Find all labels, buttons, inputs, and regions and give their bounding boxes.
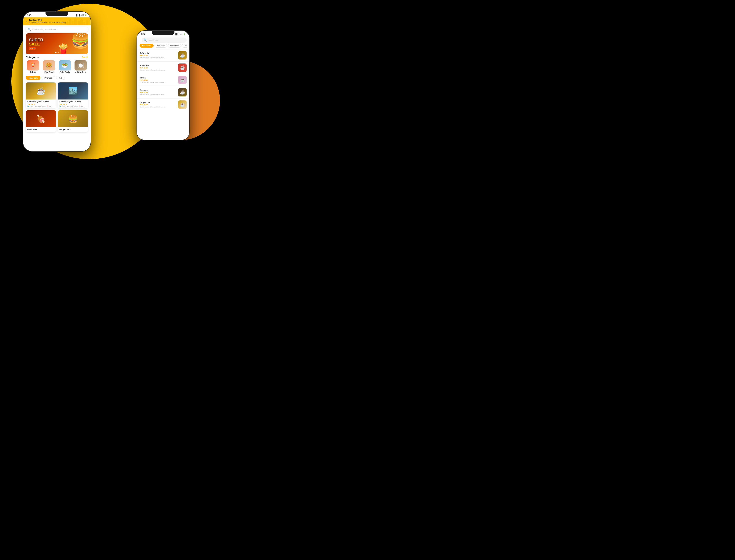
svg-rect-5 [74, 20, 77, 25]
pin-icon: 📍 [29, 22, 31, 23]
promo-banner[interactable]: SUPER SALE 50% off 🍟 🍔 [26, 33, 88, 54]
tab-best-sellers[interactable]: Best Sellers [140, 44, 154, 48]
store-name: Toktok PH [29, 19, 66, 22]
cuisines-label: All Cuisines [75, 71, 86, 73]
category-cuisines[interactable]: 🍽️ All Cuisines [73, 60, 88, 73]
starbucks2-name: Starbucks (32nd Street) [59, 101, 86, 103]
search-placeholder-text: What would you like to eat? [32, 28, 58, 31]
starbucks2-info: Starbucks (32nd Street) ★★★★★ 🏪 4 branch… [58, 99, 88, 108]
address-text: Clouda Panda PH Inc. 10F 40th Street Tag… [31, 22, 66, 23]
caffe-latte-info: Caffe Latte PHP 48.00 Rich espresso bala… [140, 52, 177, 59]
category-deals[interactable]: 🥗 Daily Deals [57, 60, 72, 73]
deals-image: 🥗 [59, 60, 71, 70]
status-time: 9:41 [27, 14, 31, 16]
phone2-status-time: 9:27 [141, 33, 145, 35]
svg-rect-0 [67, 22, 68, 25]
menu-item-americano[interactable]: Americano PHP 45.00 Rich espresso balanc… [137, 62, 189, 74]
tab-cold-drinks[interactable]: Cold Drinks [182, 44, 187, 48]
phone2-notch [152, 31, 174, 35]
categories-title: Categories [26, 56, 39, 59]
food4-name: Burger Joint [59, 128, 86, 131]
phone2-signal-icon: ▌▌▌ [175, 33, 179, 35]
svg-rect-2 [69, 20, 71, 25]
filter-near-you[interactable]: Near You [26, 76, 40, 80]
status-icons: ▌▌▌ wifi 🔋 [76, 14, 87, 16]
menu-search-icon: 🔍 [143, 38, 147, 42]
banner-badge: 50% off [29, 47, 36, 50]
cappuccino-image: ☕ [178, 100, 187, 109]
see-all-button[interactable]: See all [82, 56, 88, 58]
banner-dots [55, 52, 59, 53]
caffe-latte-price: PHP 48.00 [140, 55, 177, 56]
back-button[interactable]: ‹ [26, 19, 27, 23]
time-icon: ⏱ 40 mins [38, 106, 45, 107]
distance-icon: 📍 1 km [47, 106, 52, 107]
restaurant-card-starbucks1[interactable]: ☕ Starbucks (32nd Street) ★★★★★ 🏪 4 bran… [26, 82, 56, 108]
menu-item-caffe-latte[interactable]: Caffe Latte PHP 48.00 Rich espresso bala… [137, 49, 189, 62]
phone2-battery-icon: 🔋 [183, 33, 185, 35]
scroll-content: Categories See all 🍹 Drinks 🍔 Fast Food … [23, 56, 91, 146]
americano-price: PHP 45.00 [140, 67, 177, 69]
svg-rect-10 [81, 19, 82, 20]
restaurant-card-starbucks2[interactable]: 🏙️ Starbucks (32nd Street) ★★★★★ 🏪 4 bra… [58, 82, 88, 108]
phone2-status-icons: ▌▌▌ wifi 🔋 [175, 33, 185, 35]
store-header: ‹ Toktok PH 📍 Clouda Panda PH Inc. 10F 4… [23, 17, 91, 25]
restaurant-card-food3[interactable]: 🍖 Food Place [26, 110, 56, 132]
distance2-icon: 📍 1 km [79, 106, 84, 107]
fastfood-image: 🍔 [43, 60, 55, 70]
search-bar[interactable]: 🔍 What would you like to eat? [26, 27, 88, 32]
deals-label: Daily Deals [60, 71, 70, 73]
filter-all[interactable]: All [56, 76, 64, 80]
menu-search-placeholder: Search Menu [148, 39, 158, 41]
categories-grid: 🍹 Drinks 🍔 Fast Food 🥗 Daily Deals 🍽️ Al… [26, 60, 88, 73]
food4-info: Burger Joint [58, 127, 88, 132]
starbucks2-image: 🏙️ [58, 82, 88, 99]
menu-search-bar[interactable]: 🔍 Search Menu [142, 38, 187, 43]
caffe-latte-desc: Rich espresso balance with steamed... [140, 57, 177, 59]
filter-promos[interactable]: Promos [42, 76, 55, 80]
americano-image: ☕ [178, 63, 187, 72]
category-fastfood[interactable]: 🍔 Fast Food [42, 60, 56, 73]
mocha-price: PHP 45.00 [140, 79, 177, 81]
phone-main-inner: 9:41 ▌▌▌ wifi 🔋 ‹ Toktok PH 📍 Clouda Pan… [23, 12, 91, 151]
banner-super-text: SUPER [29, 38, 43, 42]
category-drinks[interactable]: 🍹 Drinks [26, 60, 41, 73]
restaurant-card-food4[interactable]: 🍔 Burger Joint [58, 110, 88, 132]
food3-image: 🍖 [26, 110, 56, 127]
categories-header: Categories See all [26, 56, 88, 59]
cuisines-image: 🍽️ [74, 60, 87, 70]
dot-3 [58, 52, 59, 53]
svg-rect-4 [72, 21, 74, 25]
menu-item-mocha[interactable]: Mocha PHP 45.00 Rich espresso balance wi… [137, 74, 189, 86]
svg-rect-3 [70, 19, 71, 20]
americano-info: Americano PHP 45.00 Rich espresso balanc… [140, 64, 177, 71]
menu-item-espresso[interactable]: Espresso PHP 45.00 Rich espresso balance… [137, 86, 189, 99]
branches2-icon: 🏪 4 branches [59, 106, 69, 107]
restaurants-grid: ☕ Starbucks (32nd Street) ★★★★★ 🏪 4 bran… [26, 82, 88, 132]
svg-rect-6 [75, 18, 76, 20]
espresso-name: Espresso [140, 89, 177, 91]
svg-rect-9 [80, 20, 83, 25]
caffe-latte-image: ☕ [178, 51, 187, 60]
tab-new-items[interactable]: New Items [154, 44, 167, 48]
food4-image: 🍔 [58, 110, 88, 127]
starbucks2-meta: 🏪 4 branches ⏱ 40 mins 📍 1 km [59, 106, 86, 107]
branches-icon: 🏪 4 branches [27, 106, 37, 107]
phone-secondary-inner: 9:27 ▌▌▌ wifi 🔋 ‹ 🔍 Search Menu [137, 31, 189, 140]
banner-sale-text: SALE [29, 42, 43, 46]
starbucks1-info: Starbucks (32nd Street) ★★★★★ 🏪 4 branch… [26, 99, 56, 108]
starbucks1-image: ☕ [26, 82, 56, 99]
caffe-latte-name: Caffe Latte [140, 52, 177, 54]
tab-hot-drinks[interactable]: Hot Drinks [168, 44, 181, 48]
menu-back-button[interactable]: ‹ [140, 38, 140, 42]
search-icon: 🔍 [28, 28, 31, 31]
cappuccino-info: Cappuccino PHP 45.00 Rich espresso balan… [140, 101, 177, 108]
mocha-image: ☕ [178, 76, 187, 84]
americano-name: Americano [140, 64, 177, 67]
espresso-desc: Rich espresso balance with steamed... [140, 94, 177, 96]
menu-item-cappuccino[interactable]: Cappuccino PHP 45.00 Rich espresso balan… [137, 99, 189, 111]
espresso-price: PHP 45.00 [140, 92, 177, 93]
store-info: Toktok PH 📍 Clouda Panda PH Inc. 10F 40t… [29, 19, 66, 23]
cappuccino-price: PHP 45.00 [140, 104, 177, 106]
espresso-info: Espresso PHP 45.00 Rich espresso balance… [140, 89, 177, 96]
